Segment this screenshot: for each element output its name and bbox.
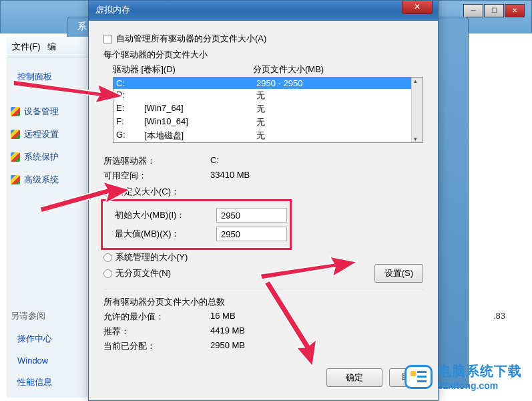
shield-icon	[11, 152, 20, 162]
free-space-value: 33410 MB	[210, 170, 250, 182]
edit-menu[interactable]: 编	[47, 41, 56, 51]
file-menu[interactable]: 文件(F)	[12, 41, 41, 51]
scrollbar[interactable]	[411, 78, 423, 142]
dialog-title: 虚拟内存	[95, 5, 130, 15]
sidebar-windows[interactable]: Window	[7, 350, 96, 371]
file-menu-bar: 文件(F) 编	[7, 37, 96, 57]
drive-row-d[interactable]: D:无	[113, 89, 411, 102]
sidebar-action-center[interactable]: 操作中心	[7, 327, 96, 350]
custom-size-label: 自定义大小(C)：	[115, 186, 180, 198]
drive-row-c[interactable]: C:2950 - 2950	[113, 78, 411, 89]
initial-size-label: 初始大小(MB)(I)：	[115, 209, 216, 221]
min-allowed-label: 允许的最小值：	[103, 311, 210, 323]
version-text: .83	[493, 311, 505, 321]
selected-drive-label: 所选驱动器：	[103, 155, 210, 167]
max-size-label: 最大值(MB)(X)：	[115, 228, 216, 240]
close-button[interactable]: ✕	[505, 4, 525, 17]
sidebar-protection[interactable]: 系统保护	[7, 146, 96, 168]
ok-button[interactable]: 确定	[326, 368, 382, 387]
watermark-cn: 电脑系统下载	[438, 362, 522, 380]
watermark-icon	[405, 365, 433, 389]
per-drive-label: 每个驱动器的分页文件大小	[103, 49, 423, 61]
sidebar-control-panel[interactable]: 控制面板	[7, 65, 96, 88]
set-button[interactable]: 设置(S)	[374, 264, 423, 283]
left-sidebar: 文件(F) 编 控制面板 设备管理 远程设置 系统保护 高级系统 另请参阅 操作…	[7, 37, 97, 398]
sidebar-advanced[interactable]: 高级系统	[7, 168, 96, 191]
shield-icon	[11, 130, 20, 139]
sidebar-remote[interactable]: 远程设置	[7, 123, 96, 146]
virtual-memory-dialog: 虚拟内存 ✕ 自动管理所有驱动器的分页文件大小(A) 每个驱动器的分页文件大小 …	[88, 0, 439, 401]
system-managed-radio[interactable]	[103, 253, 112, 262]
free-space-label: 可用空间：	[103, 170, 210, 182]
totals-header: 所有驱动器分页文件大小的总数	[103, 296, 423, 308]
sidebar-device-manager[interactable]: 设备管理	[7, 100, 96, 123]
no-paging-radio[interactable]	[103, 269, 112, 278]
drive-row-e[interactable]: E:[Win7_64]无	[113, 102, 411, 116]
auto-manage-label: 自动管理所有驱动器的分页文件大小(A)	[116, 33, 266, 45]
drive-list[interactable]: C:2950 - 2950 D:无 E:[Win7_64]无 F:[Win10_…	[113, 77, 423, 143]
watermark: 电脑系统下载 52xitong.com	[405, 362, 522, 391]
pagesize-column-header: 分页文件大小(MB)	[253, 63, 324, 76]
watermark-en: 52xitong.com	[438, 380, 522, 391]
min-allowed-value: 16 MB	[210, 311, 236, 323]
selected-drive-value: C:	[210, 155, 219, 167]
shield-icon	[11, 175, 20, 184]
dialog-titlebar[interactable]: 虚拟内存 ✕	[89, 1, 438, 21]
no-paging-label: 无分页文件(N)	[115, 267, 171, 279]
auto-manage-checkbox[interactable]	[103, 35, 112, 43]
shield-icon	[11, 107, 20, 116]
maximize-button[interactable]: ☐	[484, 4, 504, 17]
recommended-label: 推荐：	[103, 325, 210, 338]
drive-row-f[interactable]: F:[Win10_64]无	[113, 116, 411, 129]
close-icon[interactable]: ✕	[402, 1, 433, 14]
system-window-title: 系	[77, 21, 87, 33]
initial-size-input[interactable]	[216, 208, 287, 223]
drive-row-g[interactable]: G:[本地磁盘]无	[113, 129, 411, 142]
current-value: 2950 MB	[210, 340, 245, 352]
minimize-button[interactable]: ─	[463, 4, 483, 17]
system-managed-label: 系统管理的大小(Y)	[115, 251, 188, 263]
drive-column-header: 驱动器 [卷标](D)	[113, 63, 253, 76]
see-also-label: 另请参阅	[7, 305, 96, 327]
recommended-value: 4419 MB	[210, 325, 245, 338]
far-window-controls: ─ ☐ ✕	[463, 4, 525, 17]
max-size-input[interactable]	[216, 227, 287, 241]
sidebar-perf-info[interactable]: 性能信息	[7, 371, 96, 394]
current-label: 当前已分配：	[103, 340, 210, 352]
right-panel: .83	[472, 53, 525, 341]
custom-size-radio[interactable]	[103, 188, 112, 196]
